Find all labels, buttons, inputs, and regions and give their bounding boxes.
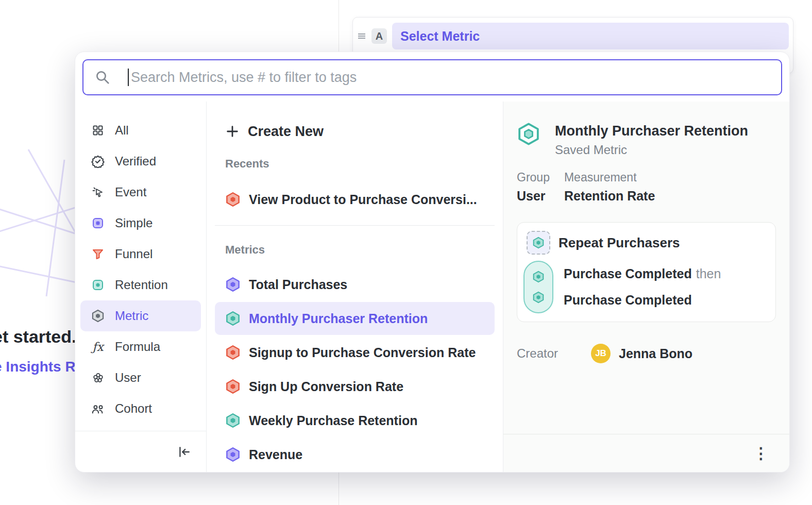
create-new-label: Create New bbox=[248, 124, 324, 140]
simple-metric-icon bbox=[91, 216, 105, 230]
step-1: Purchase Completedthen bbox=[564, 266, 721, 281]
metric-item[interactable]: Weekly Purchase Retention bbox=[215, 404, 495, 437]
sidebar-item-label: Funnel bbox=[115, 247, 153, 261]
sidebar-item-label: Simple bbox=[115, 216, 153, 230]
metric-list-column: Create New Recents View Product to Purch… bbox=[207, 102, 503, 472]
sidebar-item-label: Verified bbox=[115, 154, 156, 169]
sidebar-item-label: Event bbox=[115, 185, 146, 199]
definition-title: Repeat Purchasers bbox=[559, 235, 680, 251]
sidebar-item-simple[interactable]: Simple bbox=[80, 208, 201, 239]
background-heading-fragment: et started. bbox=[0, 327, 77, 347]
detail-title: Monthly Purchaser Retention bbox=[555, 122, 748, 140]
recents-header: Recents bbox=[207, 157, 503, 171]
formula-icon: ƒx bbox=[91, 340, 105, 354]
metrics-header: Metrics bbox=[207, 243, 503, 257]
grid-icon bbox=[91, 123, 105, 138]
recent-item[interactable]: View Product to Purchase Conversi... bbox=[215, 185, 495, 214]
sidebar-item-cohort[interactable]: Cohort bbox=[80, 393, 201, 424]
kebab-menu-icon[interactable]: ⋮ bbox=[753, 446, 769, 461]
metric-item-selected[interactable]: Monthly Purchaser Retention bbox=[215, 302, 495, 335]
recent-item-label: View Product to Purchase Conversi... bbox=[249, 192, 477, 207]
sidebar-item-retention[interactable]: Retention bbox=[80, 270, 201, 300]
steps-pill bbox=[523, 261, 553, 313]
sidebar-item-formula[interactable]: ƒx Formula bbox=[80, 331, 201, 362]
search-input[interactable] bbox=[129, 70, 771, 86]
sidebar-item-label: Metric bbox=[115, 309, 148, 323]
sidebar-item-funnel[interactable]: Funnel bbox=[80, 239, 201, 270]
metric-definition-card: Repeat Purchasers bbox=[517, 222, 776, 322]
drag-handle-icon[interactable] bbox=[357, 31, 366, 41]
funnel-metric-hexagon-icon bbox=[225, 345, 241, 360]
metric-item[interactable]: Revenue bbox=[215, 438, 495, 471]
sidebar-item-metric[interactable]: Metric bbox=[80, 300, 201, 331]
sidebar-item-all[interactable]: All bbox=[80, 115, 201, 146]
step-connector: then bbox=[696, 266, 721, 281]
series-letter-badge: A bbox=[371, 28, 387, 44]
retention-steps: Purchase Completedthen Purchase Complete… bbox=[527, 261, 766, 313]
saved-metric-hexagon-icon bbox=[517, 122, 540, 146]
plus-icon bbox=[225, 124, 240, 139]
search-icon bbox=[95, 70, 110, 85]
sidebar-item-label: User bbox=[115, 371, 141, 385]
create-new-button[interactable]: Create New bbox=[207, 120, 503, 143]
sidebar-item-event[interactable]: Event bbox=[80, 177, 201, 208]
simple-metric-hexagon-icon bbox=[225, 277, 241, 292]
sidebar-item-label: All bbox=[115, 123, 129, 138]
background-link-fragment[interactable]: e Insights Re bbox=[0, 359, 83, 375]
step-2: Purchase Completed bbox=[564, 293, 721, 308]
cohort-people-icon bbox=[91, 401, 105, 416]
metric-item-label: Revenue bbox=[249, 447, 302, 462]
funnel-metric-hexagon-icon bbox=[225, 379, 241, 394]
search-area bbox=[75, 52, 789, 102]
measurement-label: Measurement bbox=[564, 171, 655, 184]
step-hexagon-icon bbox=[532, 291, 545, 304]
search-box[interactable] bbox=[82, 59, 782, 95]
list-divider bbox=[215, 225, 495, 226]
creator-label: Creator bbox=[517, 346, 591, 361]
collapse-left-icon[interactable] bbox=[177, 445, 191, 459]
metric-item-label: Weekly Purchase Retention bbox=[249, 413, 417, 428]
select-metric-field[interactable]: Select Metric bbox=[392, 23, 789, 49]
metric-item[interactable]: Total Purchases bbox=[215, 268, 495, 301]
verified-badge-icon bbox=[91, 154, 105, 169]
user-flower-icon bbox=[91, 371, 105, 385]
metric-detail-panel: Monthly Purchaser Retention Saved Metric… bbox=[503, 102, 789, 472]
sidebar-item-label: Formula bbox=[115, 340, 160, 354]
metric-item-label: Signup to Purchase Conversion Rate bbox=[249, 345, 476, 360]
measurement-value: Retention Rate bbox=[564, 189, 655, 204]
detail-meta: Group User Measurement Retention Rate bbox=[517, 171, 776, 204]
sidebar-item-label: Cohort bbox=[115, 401, 152, 416]
sidebar-item-user[interactable]: User bbox=[80, 362, 201, 393]
filter-sidebar: All Verified Event bbox=[75, 102, 207, 472]
funnel-metric-hexagon-icon bbox=[225, 192, 241, 207]
metric-picker-modal: All Verified Event bbox=[75, 52, 790, 473]
group-label: Group bbox=[517, 171, 550, 184]
detail-subtitle: Saved Metric bbox=[555, 143, 748, 157]
metric-hexagon-icon bbox=[91, 309, 105, 323]
sidebar-item-label: Retention bbox=[115, 278, 168, 292]
metric-item[interactable]: Sign Up Conversion Rate bbox=[215, 370, 495, 403]
retention-step-group-icon bbox=[527, 231, 550, 255]
retention-icon bbox=[91, 278, 105, 292]
step-hexagon-icon bbox=[532, 271, 545, 283]
creator-row: Creator JB Jenna Bono bbox=[517, 344, 776, 363]
metric-item[interactable]: Signup to Purchase Conversion Rate bbox=[215, 336, 495, 369]
creator-avatar: JB bbox=[591, 344, 611, 363]
funnel-icon bbox=[91, 247, 105, 261]
sidebar-footer bbox=[75, 431, 206, 472]
creator-name: Jenna Bono bbox=[619, 346, 692, 361]
metric-item-label: Monthly Purchaser Retention bbox=[249, 311, 428, 326]
sidebar-item-verified[interactable]: Verified bbox=[80, 146, 201, 177]
metric-item-label: Sign Up Conversion Rate bbox=[249, 379, 403, 394]
group-value: User bbox=[517, 189, 550, 204]
retention-metric-hexagon-icon bbox=[225, 311, 241, 326]
cursor-click-icon bbox=[91, 185, 105, 199]
detail-footer: ⋮ bbox=[503, 434, 789, 472]
step-1-event: Purchase Completed bbox=[564, 266, 692, 281]
simple-metric-hexagon-icon bbox=[225, 447, 241, 462]
retention-metric-hexagon-icon bbox=[225, 413, 241, 428]
step-2-event: Purchase Completed bbox=[564, 293, 692, 307]
metric-item-label: Total Purchases bbox=[249, 277, 347, 292]
